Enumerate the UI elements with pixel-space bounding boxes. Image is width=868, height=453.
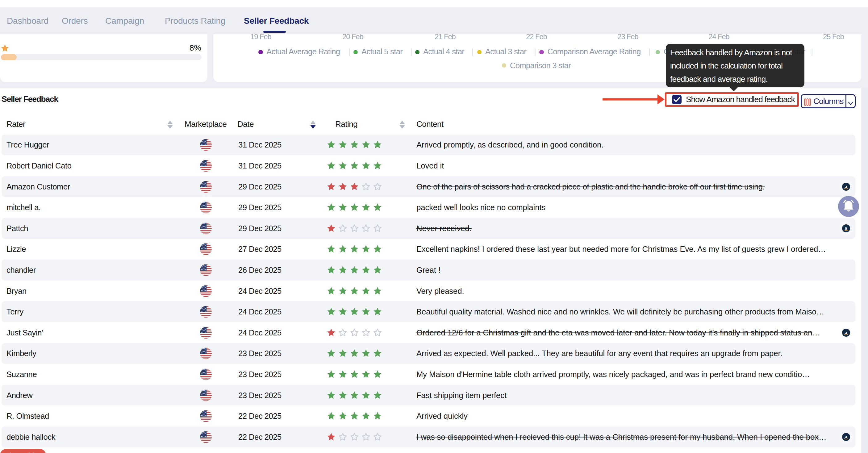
svg-text:a: a (844, 330, 847, 335)
svg-text:a: a (844, 434, 847, 439)
svg-text:a: a (844, 184, 847, 189)
svg-text:a: a (844, 225, 847, 230)
